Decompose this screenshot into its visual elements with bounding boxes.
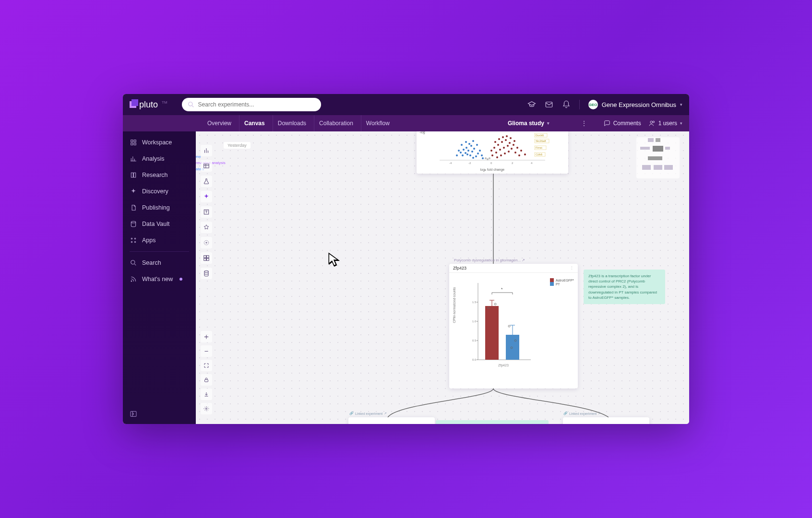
- svg-point-69: [524, 153, 526, 155]
- sidebar: Workspace Analysis Research Discovery Pu…: [123, 131, 196, 424]
- search-input[interactable]: [182, 98, 321, 111]
- tool-layout[interactable]: [201, 252, 212, 264]
- collapse-sidebar-button[interactable]: [130, 410, 137, 419]
- fullscreen-button[interactable]: [201, 360, 212, 371]
- tool-lasso[interactable]: [201, 237, 212, 248]
- svg-point-58: [511, 148, 513, 150]
- svg-point-11: [131, 241, 132, 242]
- zfp-y-axis: CPM-normalized counts: [453, 287, 456, 323]
- project-title[interactable]: Glioma study ▾: [508, 120, 549, 127]
- svg-point-55: [499, 149, 501, 151]
- svg-point-52: [504, 153, 506, 154]
- zfp-note[interactable]: Zfp423 is a transcription factor under d…: [584, 270, 665, 304]
- svg-text:0.5: 0.5: [472, 339, 477, 342]
- brand-badge: TM: [162, 100, 167, 105]
- tool-chart[interactable]: [201, 145, 212, 156]
- svg-point-46: [461, 144, 463, 146]
- view-toolbar: ＋ －: [201, 331, 214, 414]
- svg-rect-22: [207, 259, 209, 261]
- svg-point-45: [465, 141, 467, 143]
- zfp-breadcrumb[interactable]: Polycomb dysregulation in gliomagen... ↗: [451, 257, 528, 263]
- svg-point-109: [494, 303, 496, 305]
- svg-point-9: [131, 238, 132, 239]
- mouse-cursor-icon: [328, 252, 340, 269]
- more-icon[interactable]: ⋮: [570, 266, 574, 271]
- svg-text:-2: -2: [468, 162, 471, 165]
- svg-point-30: [477, 153, 479, 154]
- tab-collaboration[interactable]: Collaboration: [314, 115, 358, 131]
- svg-point-76: [510, 137, 512, 139]
- svg-point-27: [469, 154, 471, 156]
- svg-rect-5: [134, 140, 136, 142]
- svg-point-8: [131, 221, 135, 223]
- download-button[interactable]: [201, 388, 212, 400]
- svg-point-60: [518, 154, 520, 156]
- comments-button[interactable]: Comments: [604, 120, 641, 127]
- sidebar-item-analysis[interactable]: Analysis: [123, 151, 196, 167]
- tab-canvas[interactable]: Canvas: [239, 115, 270, 131]
- tab-overview[interactable]: Overview: [203, 115, 236, 131]
- svg-point-10: [134, 238, 135, 239]
- volcano-plot-node[interactable]: -4 -2 0 2 4 Dock6 Slc26a8 Firret Cdk6 -l…: [417, 131, 568, 174]
- bell-icon[interactable]: [562, 100, 571, 109]
- svg-point-43: [468, 143, 470, 145]
- tool-database[interactable]: [201, 268, 212, 279]
- tool-text[interactable]: [201, 206, 212, 218]
- svg-text:1.5: 1.5: [472, 301, 477, 304]
- brand[interactable]: pluto TM: [130, 100, 167, 110]
- svg-rect-7: [134, 143, 136, 145]
- svg-point-53: [508, 151, 510, 153]
- minimap[interactable]: [636, 137, 680, 178]
- experiment-card-gbm[interactable]: public Multi-omics example Copy of Gliob…: [563, 417, 649, 424]
- more-menu[interactable]: ⋮: [581, 120, 587, 127]
- canvas[interactable]: ＋ － Yesterday ew: [196, 131, 689, 424]
- user-label: Gene Expression Omnibus: [602, 101, 676, 108]
- search-field[interactable]: [198, 101, 316, 108]
- svg-point-57: [507, 145, 509, 147]
- zfp-bar-node[interactable]: Zfp423 ⋮ AstroEGFP* PT 0.0 0.5 1.0: [449, 264, 578, 388]
- znf423-note[interactable]: The human ortholog of Zfp423, ZNF423, ha…: [436, 420, 549, 424]
- experiment-card-lgg[interactable]: public Multi-omics example Copy of Brain…: [348, 417, 435, 424]
- mail-icon[interactable]: [545, 100, 553, 109]
- sidebar-item-research[interactable]: Research: [123, 167, 196, 183]
- sidebar-item-discovery[interactable]: Discovery: [123, 183, 196, 200]
- svg-rect-4: [131, 140, 133, 142]
- brand-name: pluto: [139, 100, 158, 110]
- svg-point-79: [489, 157, 490, 159]
- users-button[interactable]: 1 users ▾: [649, 120, 682, 127]
- sidebar-item-publishing[interactable]: Publishing: [123, 200, 196, 216]
- sidebar-item-whatsnew[interactable]: What's new: [123, 271, 196, 287]
- svg-text:Cdk6: Cdk6: [536, 153, 543, 156]
- svg-point-68: [520, 150, 522, 152]
- svg-text:Slc26a8: Slc26a8: [536, 140, 546, 142]
- tool-flask[interactable]: [201, 176, 212, 187]
- svg-point-62: [497, 144, 499, 146]
- sidebar-item-apps[interactable]: Apps: [123, 232, 196, 248]
- svg-point-26: [472, 157, 474, 159]
- sidebar-item-workspace[interactable]: Workspace: [123, 134, 196, 151]
- tab-downloads[interactable]: Downloads: [273, 115, 311, 131]
- svg-point-0: [188, 102, 192, 106]
- lock-button[interactable]: [201, 374, 212, 386]
- svg-text:0: 0: [490, 162, 492, 165]
- sidebar-item-search[interactable]: Search: [123, 255, 196, 271]
- svg-point-32: [467, 150, 469, 152]
- svg-point-64: [505, 139, 507, 141]
- settings-button[interactable]: [201, 403, 212, 414]
- connector-fork: [340, 388, 628, 417]
- tool-star[interactable]: [201, 222, 212, 233]
- user-menu[interactable]: GEO Gene Expression Omnibus ▾: [588, 100, 682, 109]
- sidebar-item-datavault[interactable]: Data Vault: [123, 216, 196, 232]
- tab-workflow[interactable]: Workflow: [361, 115, 394, 131]
- svg-rect-19: [204, 256, 206, 258]
- education-icon[interactable]: [527, 100, 536, 109]
- zoom-out-button[interactable]: －: [201, 345, 212, 357]
- svg-point-71: [490, 150, 492, 152]
- tool-table[interactable]: [201, 160, 212, 172]
- zoom-in-button[interactable]: ＋: [201, 331, 212, 342]
- svg-point-78: [487, 158, 489, 160]
- tool-sparkle[interactable]: [201, 191, 212, 202]
- apps-icon: [130, 236, 137, 244]
- svg-text:Zfp423: Zfp423: [498, 364, 509, 367]
- svg-point-61: [493, 147, 495, 149]
